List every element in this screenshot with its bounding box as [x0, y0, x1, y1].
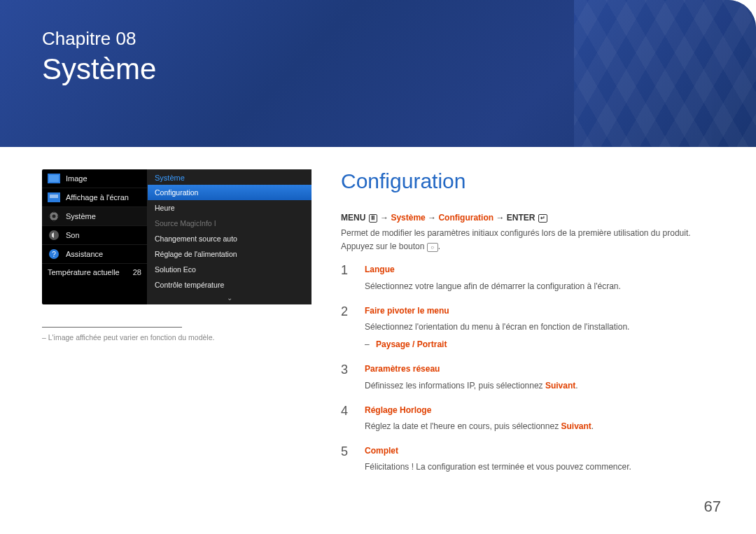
- step-text: Félicitations ! La configuration est ter…: [365, 461, 714, 474]
- help-icon: ?: [48, 249, 60, 259]
- breadcrumb-arrow: →: [496, 213, 506, 223]
- tv-menu-status-value: 28: [133, 268, 141, 276]
- intro-line-2: Appuyez sur le bouton ○.: [341, 240, 714, 253]
- step-body: Langue Sélectionnez votre langue afin de…: [365, 263, 714, 293]
- caption-text: L'image affichée peut varier en fonction…: [48, 333, 215, 342]
- circle-button-icon: ○: [427, 243, 438, 252]
- svg-rect-1: [49, 175, 59, 182]
- tv-submenu-eco[interactable]: Solution Eco: [148, 262, 312, 277]
- intro-paragraph: Permet de modifier les paramètres initia…: [341, 227, 714, 253]
- tv-submenu-autosource[interactable]: Changement source auto: [148, 231, 312, 246]
- page-header: Chapitre 08 Système: [0, 0, 756, 147]
- speaker-icon: [48, 230, 60, 240]
- tv-menu-item-label: Affichage à l'écran: [66, 193, 129, 202]
- breadcrumb: MENU Ⅲ → Système → Configuration → ENTER…: [341, 213, 714, 223]
- tv-menu-screenshot: Image Affichage à l'écran Système: [42, 169, 312, 304]
- dash: –: [365, 339, 370, 349]
- step-body: Complet Félicitations ! La configuration…: [365, 444, 714, 474]
- enter-button-icon: ↵: [538, 214, 547, 223]
- header-pattern: [574, 0, 756, 147]
- tv-menu-item-sound[interactable]: Son: [42, 226, 147, 245]
- step-number: 5: [341, 444, 354, 474]
- svg-point-5: [52, 215, 56, 218]
- step-2: 2 Faire pivoter le menu Sélectionnez l'o…: [341, 304, 714, 352]
- step-number: 3: [341, 363, 354, 392]
- step-title: Langue: [365, 263, 714, 276]
- caption: – L'image affichée peut varier en foncti…: [42, 333, 312, 342]
- breadcrumb-arrow: →: [380, 213, 391, 223]
- step-title: Paramètres réseau: [365, 363, 714, 376]
- steps-list: 1 Langue Sélectionnez votre langue afin …: [341, 263, 714, 474]
- intro-line-1: Permet de modifier les paramètres initia…: [341, 227, 714, 240]
- step-title: Complet: [365, 444, 714, 458]
- breadcrumb-menu-label: MENU: [341, 213, 365, 223]
- tv-menu-item-label: Image: [66, 174, 88, 183]
- step-number: 1: [341, 263, 354, 293]
- gear-icon: [48, 211, 60, 221]
- tv-menu-right-header: Système: [148, 169, 312, 185]
- tv-menu-item-label: Son: [66, 231, 80, 239]
- step-body: Faire pivoter le menu Sélectionnez l'ori…: [365, 304, 714, 352]
- step-5: 5 Complet Félicitations ! La configurati…: [341, 444, 714, 474]
- tv-submenu-configuration[interactable]: Configuration: [148, 185, 312, 200]
- step-text: Réglez la date et l'heure en cours, puis…: [365, 420, 714, 433]
- tv-menu-item-support[interactable]: ? Assistance: [42, 245, 147, 264]
- tv-menu-item-display[interactable]: Affichage à l'écran: [42, 188, 147, 207]
- step-4: 4 Réglage Horloge Réglez la date et l'he…: [341, 404, 714, 433]
- sub-option-label: Paysage / Portrait: [376, 339, 447, 349]
- tv-menu-status-label: Température actuelle: [48, 268, 120, 276]
- step-1: 1 Langue Sélectionnez votre langue afin …: [341, 263, 714, 293]
- step-text: Définissez les informations IP, puis sél…: [365, 379, 714, 393]
- tv-menu-item-image[interactable]: Image: [42, 169, 147, 188]
- menu-button-icon: Ⅲ: [369, 214, 377, 223]
- step-number: 4: [341, 404, 354, 433]
- breadcrumb-system: Système: [391, 213, 425, 223]
- page-title: Configuration: [341, 169, 714, 193]
- step-title: Faire pivoter le menu: [365, 304, 714, 318]
- tv-submenu-temperature[interactable]: Contrôle température: [148, 277, 312, 293]
- display-icon: [48, 192, 60, 202]
- tv-submenu-magicinfo: Source MagicInfo I: [148, 216, 312, 231]
- svg-rect-3: [50, 195, 58, 198]
- tv-submenu-power[interactable]: Réglage de l'alimentation: [148, 246, 312, 262]
- tv-menu-right-pane: Système Configuration Heure Source Magic…: [148, 169, 312, 304]
- step-sub-option: – Paysage / Portrait: [365, 338, 714, 351]
- tv-menu-left-pane: Image Affichage à l'écran Système: [42, 169, 148, 304]
- breadcrumb-arrow: →: [428, 213, 438, 223]
- breadcrumb-enter-label: ENTER: [507, 213, 536, 223]
- svg-text:?: ?: [52, 251, 56, 258]
- step-body: Paramètres réseau Définissez les informa…: [365, 363, 714, 392]
- step-number: 2: [341, 304, 354, 352]
- tv-menu-item-system[interactable]: Système: [42, 207, 147, 226]
- tv-menu-item-label: Système: [66, 212, 96, 220]
- caption-separator: [42, 327, 182, 328]
- right-column: Configuration MENU Ⅲ → Système → Configu…: [341, 169, 714, 485]
- step-title: Réglage Horloge: [365, 404, 714, 417]
- step-3: 3 Paramètres réseau Définissez les infor…: [341, 363, 714, 392]
- breadcrumb-configuration: Configuration: [438, 213, 493, 223]
- tv-submenu-time[interactable]: Heure: [148, 200, 312, 216]
- page-number: 67: [704, 498, 721, 516]
- tv-menu-status-row: Température actuelle 28: [42, 264, 147, 281]
- image-icon: [48, 174, 60, 183]
- content-row: Image Affichage à l'écran Système: [0, 147, 756, 485]
- step-text: Sélectionnez votre langue afin de démarr…: [365, 280, 714, 293]
- left-column: Image Affichage à l'écran Système: [42, 169, 312, 485]
- tv-menu-item-label: Assistance: [66, 250, 103, 258]
- chevron-down-icon[interactable]: ⌄: [148, 293, 312, 304]
- step-body: Réglage Horloge Réglez la date et l'heur…: [365, 404, 714, 433]
- step-text: Sélectionnez l'orientation du menu à l'é…: [365, 321, 714, 334]
